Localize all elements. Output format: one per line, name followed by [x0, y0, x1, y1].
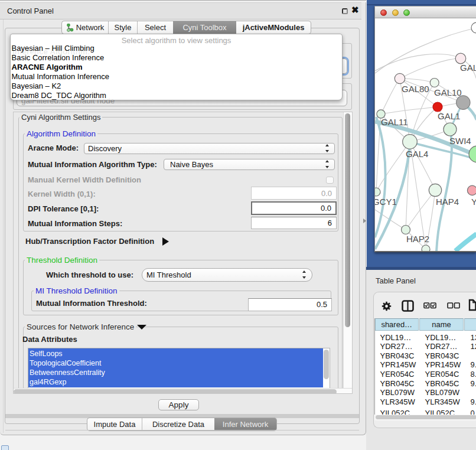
svg-text:GCY1: GCY1: [375, 197, 397, 207]
svg-text:GAL1: GAL1: [438, 111, 460, 121]
svg-text:GAL7: GAL7: [460, 63, 476, 73]
svg-text:GAL4: GAL4: [406, 149, 428, 159]
svg-text:GAL80: GAL80: [402, 84, 429, 94]
svg-text:YJ: YJ: [471, 197, 476, 207]
svg-text:GAL10: GAL10: [434, 87, 462, 97]
svg-text:HAP2: HAP2: [406, 234, 429, 244]
svg-text:SWI4: SWI4: [449, 136, 471, 146]
svg-text:HAP4: HAP4: [436, 197, 459, 207]
svg-text:GAL11: GAL11: [381, 117, 408, 127]
